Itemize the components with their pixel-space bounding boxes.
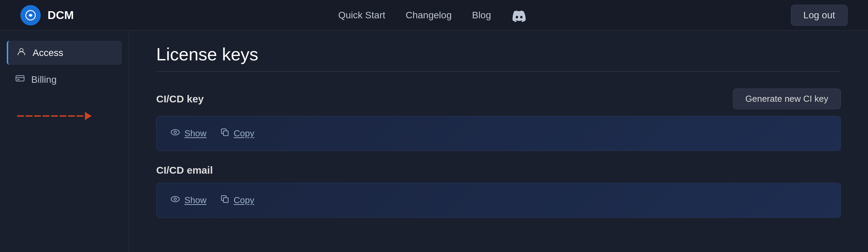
svg-rect-5 (17, 79, 19, 80)
nav-changelog[interactable]: Changelog (406, 10, 452, 21)
discord-icon[interactable] (511, 8, 526, 23)
cicd-email-show-action[interactable]: Show (170, 194, 206, 207)
sidebar-item-access-label: Access (33, 47, 63, 58)
cicd-email-copy-action[interactable]: Copy (220, 194, 254, 206)
cicd-email-show-label: Show (184, 195, 206, 206)
sidebar: Access Billing (0, 31, 129, 252)
show-icon-2 (170, 194, 180, 207)
sidebar-item-billing-label: Billing (31, 74, 57, 85)
nav-blog[interactable]: Blog (472, 10, 491, 21)
cicd-email-title: CI/CD email (156, 164, 213, 176)
cicd-key-copy-action[interactable]: Copy (220, 128, 254, 139)
content-area: License keys CI/CD key Generate new CI k… (129, 31, 868, 252)
cicd-email-section-header: CI/CD email (156, 164, 841, 176)
navbar-right: Log out (791, 5, 848, 26)
main-container: Access Billing (0, 31, 868, 252)
svg-point-10 (174, 198, 177, 200)
svg-point-9 (171, 196, 179, 202)
cicd-key-field: Show Copy (156, 116, 841, 151)
logout-button[interactable]: Log out (791, 5, 848, 26)
copy-icon-1 (220, 128, 230, 139)
copy-icon-2 (220, 194, 230, 206)
generate-ci-key-button[interactable]: Generate new CI key (733, 89, 841, 109)
sidebar-item-access[interactable]: Access (7, 41, 122, 65)
access-icon (16, 47, 26, 59)
svg-point-6 (171, 130, 179, 135)
arrow-decoration (7, 112, 122, 120)
cicd-key-section-header: CI/CD key Generate new CI key (156, 89, 841, 109)
app-logo-icon (20, 5, 41, 25)
show-icon (170, 127, 180, 140)
svg-point-1 (29, 14, 32, 17)
billing-icon (15, 74, 25, 85)
cicd-key-copy-label: Copy (234, 128, 254, 139)
sidebar-item-billing[interactable]: Billing (7, 67, 122, 92)
navbar-center: Quick Start Changelog Blog (338, 8, 526, 23)
cicd-key-title: CI/CD key (156, 93, 204, 105)
cicd-key-show-action[interactable]: Show (170, 127, 206, 140)
cicd-email-field: Show Copy (156, 183, 841, 218)
app-name: DCM (48, 8, 74, 22)
navbar-left: DCM (20, 5, 74, 25)
svg-rect-11 (223, 198, 228, 202)
svg-point-7 (174, 131, 177, 134)
cicd-email-copy-label: Copy (234, 195, 254, 206)
svg-rect-3 (16, 76, 24, 81)
svg-rect-8 (223, 131, 228, 136)
page-title: License keys (156, 44, 841, 64)
nav-quick-start[interactable]: Quick Start (338, 10, 385, 21)
cicd-key-show-label: Show (184, 128, 206, 139)
title-divider (156, 71, 841, 72)
navbar: DCM Quick Start Changelog Blog Log out (0, 0, 868, 31)
dashed-arrow (17, 112, 92, 120)
